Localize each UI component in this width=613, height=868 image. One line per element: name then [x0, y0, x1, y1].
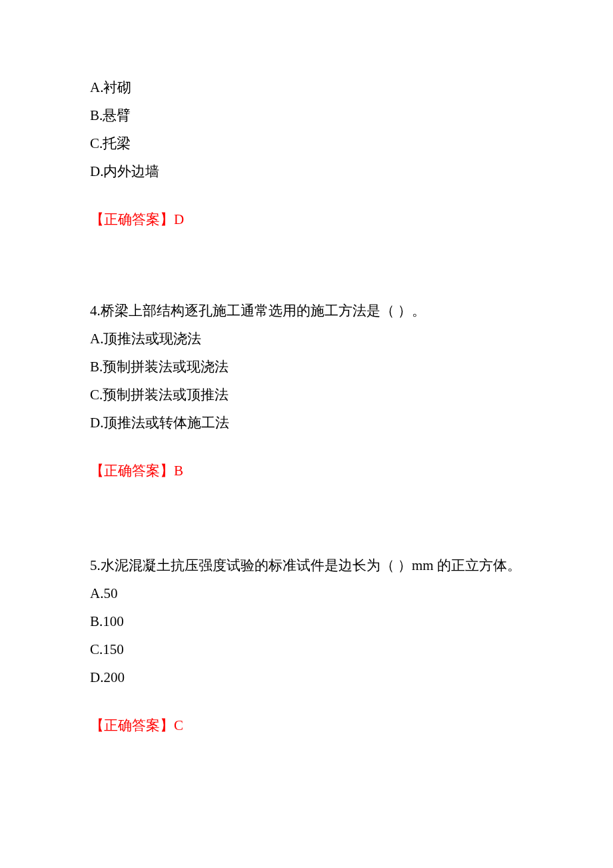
q5-stem: 5.水泥混凝土抗压强度试验的标准试件是边长为（ ）mm 的正立方体。 [90, 551, 526, 579]
q5-answer: 【正确答案】C [90, 711, 526, 739]
q3-option-a: A.衬砌 [90, 73, 526, 101]
q4-option-c: C.预制拼装法或顶推法 [90, 381, 526, 409]
q5-option-b: B.100 [90, 607, 526, 635]
question-4: 4.桥梁上部结构逐孔施工通常选用的施工方法是（ ）。 A.顶推法或现浇法 B.预… [90, 297, 526, 485]
q3-option-d: D.内外边墙 [90, 157, 526, 185]
q3-option-c: C.托梁 [90, 129, 526, 157]
q5-option-c: C.150 [90, 635, 526, 663]
q3-answer: 【正确答案】D [90, 205, 526, 233]
question-3-partial: A.衬砌 B.悬臂 C.托梁 D.内外边墙 【正确答案】D [90, 73, 526, 233]
q3-option-b: B.悬臂 [90, 101, 526, 129]
q4-option-b: B.预制拼装法或现浇法 [90, 353, 526, 381]
question-5: 5.水泥混凝土抗压强度试验的标准试件是边长为（ ）mm 的正立方体。 A.50 … [90, 551, 526, 739]
q5-option-a: A.50 [90, 579, 526, 607]
q4-answer: 【正确答案】B [90, 457, 526, 485]
q4-option-a: A.顶推法或现浇法 [90, 325, 526, 353]
q4-option-d: D.顶推法或转体施工法 [90, 409, 526, 437]
q5-option-d: D.200 [90, 663, 526, 691]
q4-stem: 4.桥梁上部结构逐孔施工通常选用的施工方法是（ ）。 [90, 297, 526, 325]
